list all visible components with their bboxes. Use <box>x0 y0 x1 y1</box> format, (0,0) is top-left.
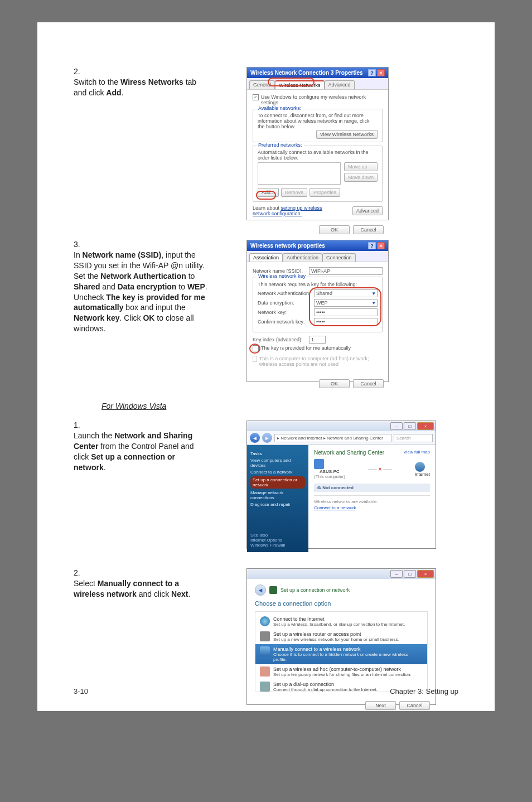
move-up-button[interactable]: Move up <box>344 162 378 171</box>
checkbox-icon <box>253 356 257 362</box>
sidebar-item-setup[interactable]: Set up a connection or network <box>250 476 305 489</box>
t: Switch to the <box>74 78 120 86</box>
key-index-input[interactable]: 1 <box>309 336 326 344</box>
view-wireless-button[interactable]: View Wireless Networks <box>316 130 378 139</box>
breadcrumb[interactable]: ▸ Network and Internet ▸ Network and Sha… <box>274 434 391 442</box>
add-button[interactable]: Add... <box>258 188 279 197</box>
legend: Available networks: <box>257 105 303 111</box>
ssid-input[interactable]: WIFI-AP <box>309 267 383 275</box>
next-button[interactable]: Next <box>365 701 396 710</box>
window-titlebar: Wireless Network Connection 3 Properties… <box>247 67 388 78</box>
screenshot-4: – □ × ◄ Set up a connection or network C… <box>246 568 436 705</box>
minimize-icon[interactable]: – <box>390 570 403 578</box>
step-text: In Network name (SSID), input the SSID y… <box>74 250 207 334</box>
row-step-xp-2: 2. Switch to the Wiress Networks tab and… <box>74 67 458 220</box>
t: Select <box>74 579 98 588</box>
row-key: Network key: ••••• <box>258 308 378 316</box>
window-titlebar: – □ × <box>247 421 436 431</box>
connect-link[interactable]: Connect to a network <box>314 505 430 510</box>
disconnected-icon: ✕ <box>378 467 382 472</box>
dialog-buttons: OK Cancel <box>247 221 388 239</box>
forward-icon[interactable]: ► <box>262 433 272 443</box>
remove-button[interactable]: Remove <box>281 188 308 197</box>
status-row: 🖧 Not connected <box>314 484 430 492</box>
wizard-title: Set up a connection or network <box>280 587 350 593</box>
option-adhoc[interactable]: Set up a wireless ad hoc (computer-to-co… <box>255 664 427 679</box>
sidebar-item-connect[interactable]: Connect to a network <box>250 470 305 475</box>
key-input[interactable]: ••••• <box>314 308 378 316</box>
option-title: Set up a wireless router or access point <box>273 631 399 637</box>
legend: Preferred networks: <box>257 142 304 148</box>
t: Data encryption <box>118 282 177 291</box>
sidebar-item-firewall[interactable]: Windows Firewall <box>250 543 285 548</box>
checkbox-icon <box>253 345 259 351</box>
checkbox-label: The key is provided for me automatically <box>261 345 351 351</box>
network-diagram: ASUS-PC (This computer) —— ✕ —— Internet <box>314 459 430 479</box>
back-icon[interactable]: ◄ <box>250 433 260 443</box>
checkbox-adhoc: This is a computer-to-computer (ad hoc) … <box>253 356 383 367</box>
ok-button[interactable]: OK <box>319 379 350 388</box>
t: box and input the <box>123 303 185 312</box>
help-icon[interactable]: ? <box>368 242 376 249</box>
globe-icon <box>260 616 270 626</box>
row-confirm: Confirm network key: ••••• <box>258 318 378 326</box>
minimize-icon[interactable]: – <box>390 422 403 430</box>
router-icon <box>260 631 270 641</box>
option-desc: Set up a temporary network for sharing f… <box>273 672 412 677</box>
label: Network key: <box>258 310 311 315</box>
tab-wireless-networks[interactable]: Wireless Networks <box>275 80 325 89</box>
label: Data encryption: <box>258 300 311 306</box>
cancel-button[interactable]: Cancel <box>399 701 430 710</box>
help-icon[interactable]: ? <box>368 69 376 76</box>
enc-select[interactable]: WEP▾ <box>314 299 378 307</box>
confirm-key-input[interactable]: ••••• <box>314 318 378 326</box>
back-icon[interactable]: ◄ <box>255 584 266 596</box>
checkbox-auto-key[interactable]: The key is provided for me automatically <box>253 345 383 351</box>
close-icon[interactable]: × <box>377 242 385 249</box>
cancel-button[interactable]: Cancel <box>353 379 384 388</box>
tab-general[interactable]: General <box>249 80 275 89</box>
t: to <box>186 272 195 281</box>
tab-advanced[interactable]: Advanced <box>325 80 355 89</box>
sidebar-item-manage[interactable]: Manage network connections <box>250 490 305 500</box>
learn-text: Learn about setting up wireless network … <box>253 205 331 216</box>
maximize-icon[interactable]: □ <box>404 422 416 430</box>
option-desc: Set up a wireless, broadband, or dial-up… <box>273 622 405 627</box>
sidebar-item-inet[interactable]: Internet Options <box>250 538 285 543</box>
tab-connection[interactable]: Connection <box>322 253 356 262</box>
option-internet[interactable]: Connect to the InternetSet up a wireless… <box>255 614 427 629</box>
dialog-buttons: OK Cancel <box>247 375 388 393</box>
view-full-map-link[interactable]: View full map <box>404 450 430 455</box>
move-down-button[interactable]: Move down <box>344 173 378 182</box>
close-icon[interactable]: × <box>417 422 434 430</box>
properties-button[interactable]: Properties <box>309 188 340 197</box>
option-router[interactable]: Set up a wireless router or access point… <box>255 629 427 644</box>
t: OK <box>143 313 154 322</box>
preferred-networks-list[interactable] <box>258 162 341 185</box>
auth-select[interactable]: Shared▾ <box>314 289 378 297</box>
wifi-icon <box>260 646 270 656</box>
option-manual-wireless[interactable]: Manually connect to a wireless networkCh… <box>255 644 427 664</box>
sidebar-item-view[interactable]: View computers and devices <box>250 458 305 468</box>
content: Network and Sharing Center View full map… <box>308 445 436 552</box>
ok-button[interactable]: OK <box>319 225 350 234</box>
maximize-icon[interactable]: □ <box>404 570 416 578</box>
tab-association[interactable]: Association <box>249 253 283 262</box>
fieldset-preferred: Preferred networks: Automatically connec… <box>253 146 383 202</box>
close-icon[interactable]: × <box>417 570 434 578</box>
diagram-label: ASUS-PC <box>314 469 345 474</box>
close-icon[interactable]: × <box>377 69 385 76</box>
screenshot-2: Wireless network properties ? × Associat… <box>246 240 436 382</box>
checkbox-use-windows[interactable]: ✓ Use Windows to configure my wireless n… <box>253 94 383 105</box>
wizard-header: ◄ Set up a connection or network <box>255 584 428 596</box>
sidebar-item-diagnose[interactable]: Diagnose and repair <box>250 502 305 507</box>
row-index: Key index (advanced): 1 <box>253 336 383 344</box>
step-number: 2. <box>74 568 101 577</box>
t: Wiress Networks <box>120 78 183 86</box>
advanced-button[interactable]: Advanced <box>352 206 383 215</box>
t: Learn about <box>253 205 281 211</box>
search-input[interactable]: Search <box>394 434 433 442</box>
tab-authentication[interactable]: Authentication <box>283 253 322 262</box>
cancel-button[interactable]: Cancel <box>353 225 384 234</box>
t: and click <box>137 590 171 598</box>
